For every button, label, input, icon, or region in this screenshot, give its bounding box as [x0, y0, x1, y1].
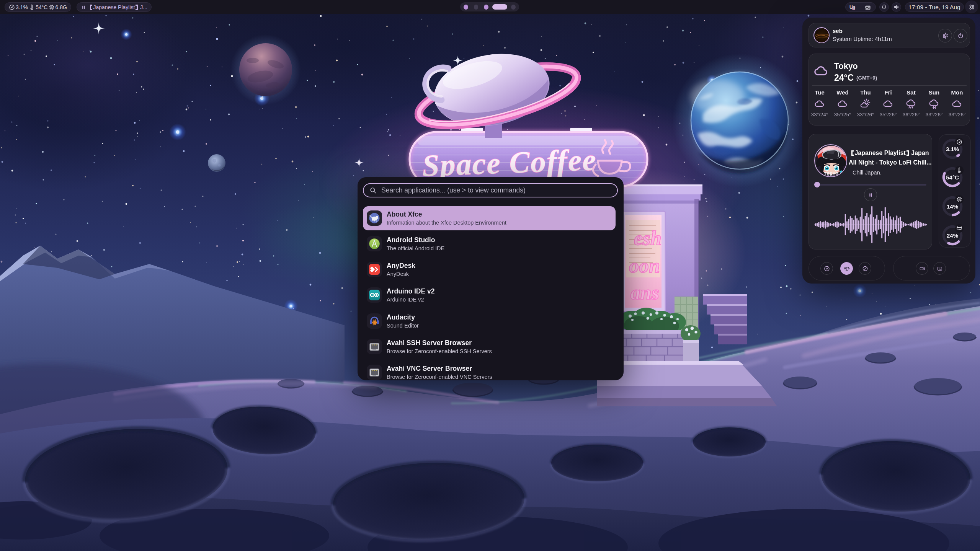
svg-text:8 TOKYO LO: 8 TOKYO LO — [818, 172, 847, 177]
svg-text:Space Coffee: Space Coffee — [422, 143, 598, 183]
